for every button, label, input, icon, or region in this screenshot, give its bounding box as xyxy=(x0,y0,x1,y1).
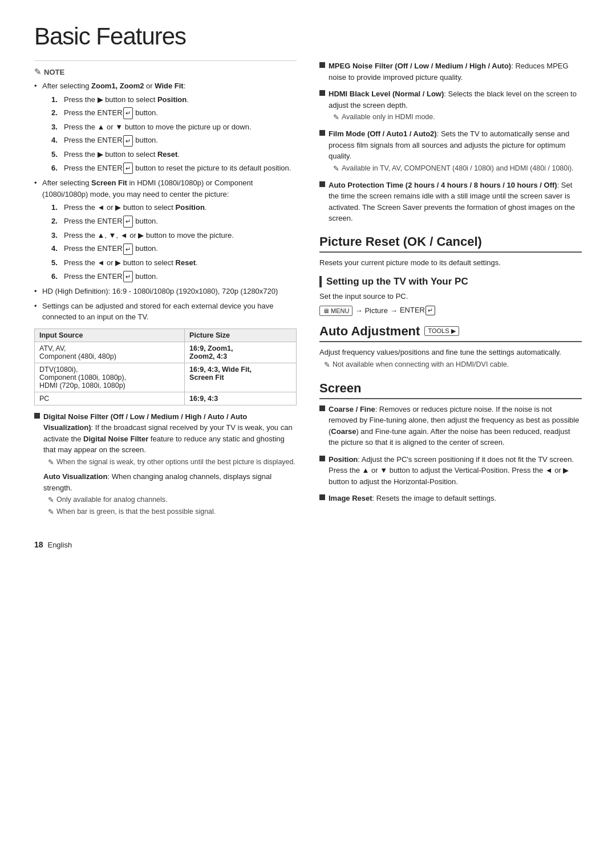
picture-reset-title: Picture Reset (OK / Cancel) xyxy=(319,234,582,253)
square-bullet-icon xyxy=(34,413,40,419)
pencil-icon: ✎ xyxy=(333,112,339,123)
table-header-input: Input Source xyxy=(35,328,185,342)
hdmi-black-block: HDMI Black Level (Normal / Low): Selects… xyxy=(319,88,582,123)
left-column: ✎ NOTE After selecting Zoom1, Zoom2 or W… xyxy=(34,60,297,523)
note-title: NOTE xyxy=(44,68,64,76)
pencil-icon: ✎ xyxy=(48,495,54,505)
input-table-section: Input Source Picture Size ATV, AV,Compon… xyxy=(34,328,297,405)
page-title: Basic Features xyxy=(34,23,582,50)
mpeg-noise-text: MPEG Noise Filter (Off / Low / Medium / … xyxy=(329,60,582,83)
right-column: MPEG Noise Filter (Off / Low / Medium / … xyxy=(319,60,582,523)
note-label: ✎ NOTE xyxy=(34,67,297,77)
menu-arrow1: → xyxy=(355,306,362,315)
film-mode-text: Film Mode (Off / Auto1 / Auto2): Sets th… xyxy=(329,128,582,174)
auto-adjustment-body: Adjust frequency values/positions and fi… xyxy=(319,347,582,358)
digital-noise-note2-text: Only available for analog channels. xyxy=(56,495,168,505)
table-row: PC 16:9, 4:3 xyxy=(35,392,297,405)
zoom-step-3: 3.Press the ▲ or ▼ button to move the pi… xyxy=(51,121,297,133)
page-num-label: English xyxy=(47,541,72,549)
square-bullet-icon xyxy=(319,405,325,411)
page-num-value: 18 xyxy=(34,540,43,549)
zoom-step-5: 5.Press the ▶ button to select Reset. xyxy=(51,149,297,160)
zoom-step-4: 4.Press the ENTER↵ button. xyxy=(51,135,297,147)
zoom-steps: 1.Press the ▶ button to select Position.… xyxy=(51,94,297,175)
note-item-hd: HD (High Definition): 16:9 - 1080i/1080p… xyxy=(34,286,297,297)
film-mode-block: Film Mode (Off / Auto1 / Auto2): Sets th… xyxy=(319,128,582,174)
digital-noise-note1-text: When the signal is weak, try other optio… xyxy=(56,457,295,468)
input-table: Input Source Picture Size ATV, AV,Compon… xyxy=(34,328,297,405)
page-number: 18 English xyxy=(34,540,582,549)
position-text: Position: Adjust the PC's screen positio… xyxy=(329,454,582,488)
coarse-fine-text: Coarse / Fine: Removes or reduces pictur… xyxy=(329,404,582,448)
note-item-screenfit: After selecting Screen Fit in HDMI (1080… xyxy=(34,177,297,282)
digital-noise-note2: ✎ Only available for analog channels. xyxy=(48,495,297,505)
zoom-step-2: 2.Press the ENTER↵ button. xyxy=(51,107,297,119)
hdmi-black-text: HDMI Black Level (Normal / Low): Selects… xyxy=(329,88,582,123)
menu-enter: ENTER↵ xyxy=(400,306,436,315)
square-bullet-icon xyxy=(319,90,325,96)
table-cell-pc-size: 16:9, 4:3 xyxy=(185,392,297,405)
film-mode-note: ✎ Available in TV, AV, COMPONENT (480i /… xyxy=(333,164,582,174)
pencil-icon: ✎ xyxy=(34,67,42,77)
screenfit-step-4: 4.Press the ENTER↵ button. xyxy=(51,243,297,255)
note-item-settings: Settings can be adjusted and stored for … xyxy=(34,301,297,323)
setting-up-tv-title: Setting up the TV with Your PC xyxy=(319,276,582,287)
table-header-picture: Picture Size xyxy=(185,328,297,342)
menu-picture: Picture xyxy=(364,306,387,315)
mpeg-noise-block: MPEG Noise Filter (Off / Low / Medium / … xyxy=(319,60,582,83)
note-item-zoom: After selecting Zoom1, Zoom2 or Wide Fit… xyxy=(34,80,297,174)
hdmi-black-note: ✎ Available only in HDMI mode. xyxy=(333,112,582,123)
screenfit-step-1: 1.Press the ◄ or ▶ button to select Posi… xyxy=(51,202,297,213)
pencil-icon: ✎ xyxy=(324,360,330,370)
hdmi-black-note-text: Available only in HDMI mode. xyxy=(342,112,435,123)
screenfit-step-6: 6.Press the ENTER↵ button. xyxy=(51,271,297,283)
auto-adjustment-note: ✎ Not available when connecting with an … xyxy=(324,360,582,370)
pencil-icon: ✎ xyxy=(48,507,54,517)
tools-badge: TOOLS ▶ xyxy=(424,326,459,336)
image-reset-block: Image Reset: Resets the image to default… xyxy=(319,493,582,504)
auto-adjustment-note-text: Not available when connecting with an HD… xyxy=(333,360,509,370)
table-cell-widefit: 16:9, 4:3, Wide Fit,Screen Fit xyxy=(185,363,297,392)
menu-arrow2: → xyxy=(390,306,398,315)
auto-protection-text: Auto Protection Time (2 hours / 4 hours … xyxy=(329,180,582,224)
digital-noise-note3: ✎ When bar is green, is that the best po… xyxy=(48,507,297,517)
menu-icon: 🖥 MENU xyxy=(319,306,352,316)
screen-title: Screen xyxy=(319,381,582,399)
pencil-icon: ✎ xyxy=(333,164,339,174)
digital-noise-note1: ✎ When the signal is weak, try other opt… xyxy=(48,457,297,468)
film-mode-note-text: Available in TV, AV, COMPONENT (480i / 1… xyxy=(342,164,574,174)
table-cell-atv: ATV, AV,Component (480i, 480p) xyxy=(35,342,185,363)
square-bullet-icon xyxy=(319,494,325,500)
coarse-fine-block: Coarse / Fine: Removes or reduces pictur… xyxy=(319,404,582,448)
digital-noise-text: Digital Noise Filter (Off / Low / Medium… xyxy=(43,411,297,518)
square-bullet-icon xyxy=(319,456,325,461)
digital-noise-note3-text: When bar is green, is that the best poss… xyxy=(56,507,216,517)
table-cell-zoom: 16:9, Zoom1,Zoom2, 4:3 xyxy=(185,342,297,363)
picture-reset-body: Resets your current picture mode to its … xyxy=(319,257,582,269)
auto-protection-block: Auto Protection Time (2 hours / 4 hours … xyxy=(319,180,582,224)
zoom-step-1: 1.Press the ▶ button to select Position. xyxy=(51,94,297,106)
position-block: Position: Adjust the PC's screen positio… xyxy=(319,454,582,488)
setting-up-tv-body: Set the input source to PC. xyxy=(319,291,582,302)
table-row: DTV(1080i),Component (1080i, 1080p),HDMI… xyxy=(35,363,297,392)
square-bullet-icon xyxy=(319,62,325,68)
note-section: ✎ NOTE After selecting Zoom1, Zoom2 or W… xyxy=(34,60,297,405)
screenfit-step-2: 2.Press the ENTER↵ button. xyxy=(51,216,297,228)
screenfit-step-5: 5.Press the ◄ or ▶ button to select Rese… xyxy=(51,257,297,269)
table-row: ATV, AV,Component (480i, 480p) 16:9, Zoo… xyxy=(35,342,297,363)
note-bullet-list: After selecting Zoom1, Zoom2 or Wide Fit… xyxy=(34,80,297,323)
digital-noise-filter-block: Digital Noise Filter (Off / Low / Medium… xyxy=(34,411,297,518)
auto-viz-block: Auto Visualization: When changing analog… xyxy=(43,471,297,493)
menu-path: 🖥 MENU → Picture → ENTER↵ xyxy=(319,306,582,316)
table-cell-pc: PC xyxy=(35,392,185,405)
square-bullet-icon xyxy=(319,130,325,136)
screenfit-step-3: 3.Press the ▲, ▼, ◄ or ▶ button to move … xyxy=(51,230,297,241)
auto-adjustment-title: Auto Adjustment TOOLS ▶ xyxy=(319,324,582,342)
table-cell-dtv: DTV(1080i),Component (1080i, 1080p),HDMI… xyxy=(35,363,185,392)
pencil-icon: ✎ xyxy=(48,457,54,468)
image-reset-text: Image Reset: Resets the image to default… xyxy=(329,493,582,504)
screenfit-steps: 1.Press the ◄ or ▶ button to select Posi… xyxy=(51,202,297,282)
square-bullet-icon xyxy=(319,181,325,187)
zoom-step-6: 6.Press the ENTER↵ button to reset the p… xyxy=(51,163,297,175)
